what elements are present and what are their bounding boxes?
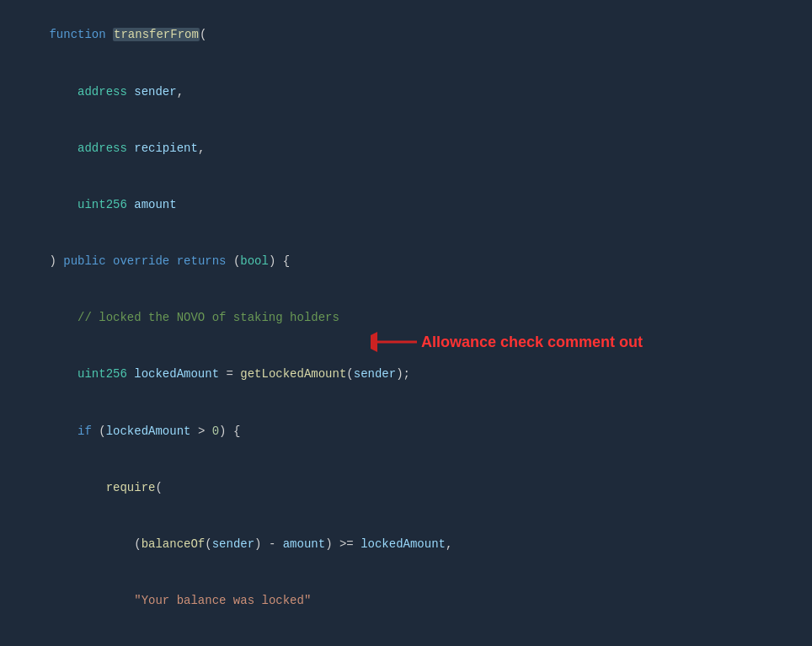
- code-line: address sender,: [0, 63, 812, 120]
- code-line: uint256 lockedAmount = getLockedAmount(s…: [0, 346, 812, 403]
- code-line: require(: [0, 459, 812, 515]
- code-line: if (lockedAmount > 0) {: [0, 403, 812, 459]
- code-line: uint256 amount: [0, 177, 812, 233]
- code-line: address recipient,: [0, 120, 812, 176]
- code-line: (balanceOf(sender) - amount) >= lockedAm…: [0, 516, 812, 573]
- code-line: function transferFrom(: [0, 7, 812, 63]
- code-line: // locked the NOVO of staking holders: [0, 290, 812, 346]
- code-line: "Your balance was locked": [0, 573, 812, 629]
- code-editor: function transferFrom( address sender, a…: [0, 0, 812, 646]
- code-line: );: [0, 629, 812, 646]
- code-line: ) public override returns (bool) {: [0, 233, 812, 290]
